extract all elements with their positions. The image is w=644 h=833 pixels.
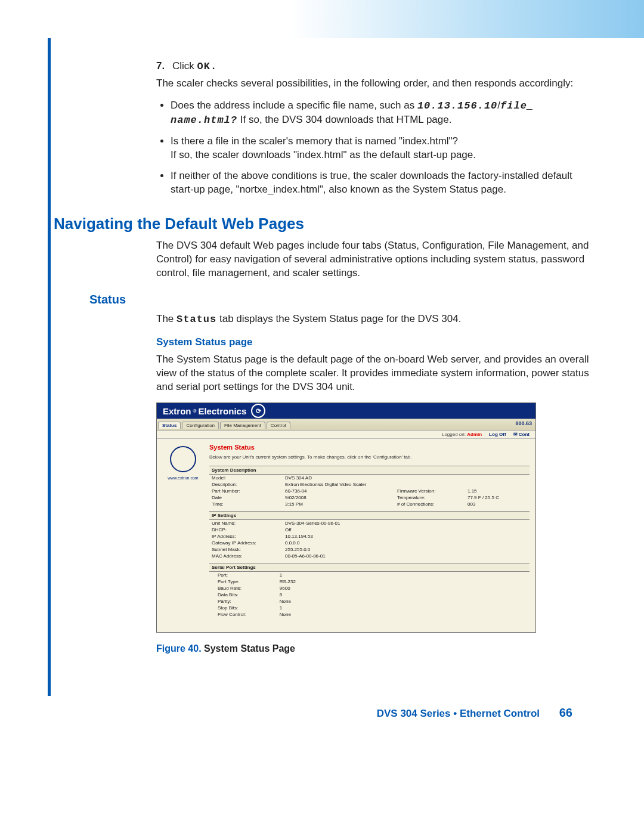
ss-desc: Below are your Unit's current system set…: [209, 454, 530, 460]
paragraph-status-tab: The Status tab displays the System Statu…: [156, 312, 596, 327]
ss-brand-2: Electronics: [198, 406, 246, 416]
tab-control[interactable]: Control: [267, 422, 290, 429]
figure-label: Figure 40.: [156, 643, 202, 654]
tab-configuration[interactable]: Configuration: [182, 422, 219, 429]
footer-text: DVS 304 Series • Ethernet Control: [377, 708, 540, 719]
page-content: 7. Click OK. The scaler checks several p…: [89, 60, 596, 654]
paragraph-scaler-checks: The scaler checks several possibilities,…: [156, 77, 596, 91]
tab-file-management[interactable]: File Management: [220, 422, 265, 429]
ss-tab-bar: Status Configuration File Management Con…: [157, 419, 535, 431]
ss-body: www.extron.com System Status Below are y…: [157, 439, 535, 632]
sidebar-logo-icon: [170, 446, 196, 472]
code-ip: 10.13.156.10: [417, 100, 497, 112]
table-ip-settings: Unit Name:DVS-304-Series-00-86-01 DHCP:O…: [209, 520, 530, 559]
step-number: 7.: [156, 60, 165, 72]
sidebar-url[interactable]: www.extron.com: [157, 476, 209, 480]
ss-phone: 800.63: [515, 420, 532, 426]
tab-status[interactable]: Status: [158, 422, 181, 429]
extron-logo-icon: ⟳: [251, 404, 265, 418]
ss-main: System Status Below are your Unit's curr…: [209, 439, 535, 632]
ss-title: System Status: [209, 444, 530, 451]
embedded-screenshot: Extron® Electronics ⟳ Status Configurati…: [156, 402, 536, 633]
step-text: Click: [172, 60, 197, 72]
bullet-list: Does the address include a specific file…: [156, 99, 596, 197]
group-system-description: System Description: [209, 466, 530, 475]
heading-status: Status: [89, 293, 596, 306]
bullet-3: If neither of the above conditions is tr…: [171, 169, 596, 197]
footer-page-number: 66: [559, 706, 572, 719]
step-7: 7. Click OK.: [156, 60, 596, 73]
log-off-link[interactable]: Log Off: [489, 432, 506, 437]
figure-caption: Figure 40. System Status Page: [156, 643, 596, 654]
table-serial-port: Port:1 Port Type:RS-232 Baud Rate:9600 D…: [215, 572, 317, 618]
paragraph-tabs: The DVS 304 default Web pages include fo…: [156, 239, 596, 280]
bullet-2: Is there a file in the scaler's memory t…: [171, 135, 596, 162]
group-ip-settings: IP Settings: [209, 511, 530, 520]
contact-link[interactable]: ✉ Cont: [513, 432, 530, 437]
bullet-1: Does the address include a specific file…: [171, 99, 596, 128]
ss-sidebar: www.extron.com: [157, 439, 209, 632]
logged-on-label: Logged on: Admin: [442, 432, 482, 437]
document-page: 7. Click OK. The scaler checks several p…: [0, 0, 644, 833]
group-serial-port: Serial Port Settings: [209, 563, 530, 572]
page-left-rule: [48, 38, 51, 696]
ss-logged-row: Logged on: Admin Log Off ✉ Cont: [157, 431, 535, 439]
ss-header: Extron® Electronics ⟳: [157, 403, 535, 419]
paragraph-system-status: The System Status page is the default pa…: [156, 353, 596, 394]
heading-system-status-page: System Status page: [156, 336, 596, 348]
ss-brand-1: Extron: [163, 406, 191, 416]
step-action: OK.: [197, 61, 217, 72]
code-status: Status: [177, 314, 216, 325]
table-system-description: Model:DVS 304 AD Description:Extron Elec…: [209, 475, 530, 507]
logged-on-user: Admin: [467, 432, 482, 437]
page-footer: DVS 304 Series • Ethernet Control 66: [377, 706, 572, 720]
heading-navigating: Navigating the Default Web Pages: [54, 215, 596, 233]
figure-title: System Status Page: [204, 643, 295, 654]
reg-mark-icon: ®: [193, 408, 197, 414]
page-top-gradient: [0, 0, 644, 38]
